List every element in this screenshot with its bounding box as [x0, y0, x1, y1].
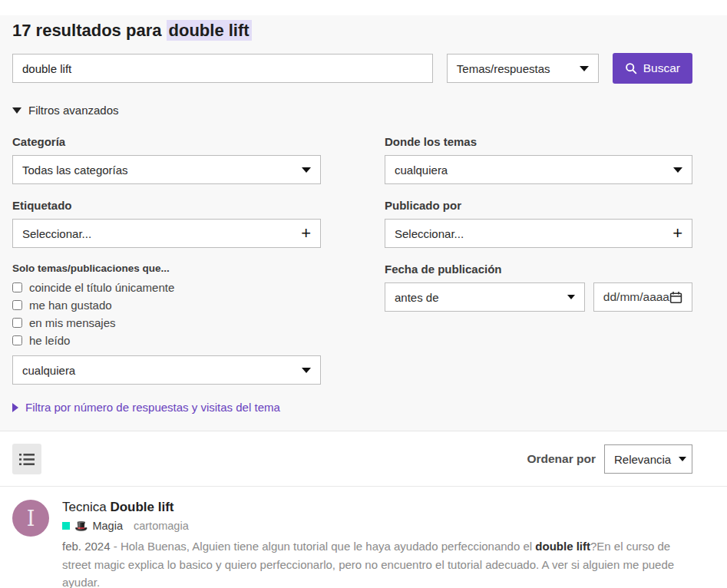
excerpt-search-term: double lift [535, 540, 590, 553]
chevron-down-icon [302, 368, 311, 373]
filter-link-label: Filtra por número de respuestas y visita… [25, 401, 280, 414]
topic-status-value: cualquiera [22, 364, 75, 377]
where-topics-select[interactable]: cualquiera [385, 155, 692, 184]
checkbox-label: me han gustado [29, 299, 112, 312]
plus-icon: + [301, 225, 311, 242]
page-title: 17 resultados para double lift [12, 20, 692, 41]
sort-by-label: Ordenar por [527, 452, 596, 466]
excerpt-text: Hola Buenas, Alguien tiene algun tutoria… [121, 540, 535, 553]
checkbox-label: he leído [29, 334, 70, 347]
where-topics-field: Donde los temas cualquiera [385, 135, 692, 184]
search-type-value: Temas/respuestas [457, 62, 550, 75]
date-placeholder: dd/mm/aaaa [603, 290, 669, 304]
sort-controls: Ordenar por Relevancia [527, 444, 692, 474]
search-button-label: Buscar [643, 61, 680, 75]
topic-tag[interactable]: cartomagia [134, 520, 189, 532]
category-field: Categoría Todas las categorías [12, 135, 321, 184]
only-posts-label: Solo temas/publicaciones que... [12, 263, 321, 274]
search-type-select[interactable]: Temas/respuestas [447, 54, 599, 83]
search-input[interactable] [12, 54, 433, 83]
list-view-button[interactable] [12, 444, 41, 474]
date-mode-value: antes de [395, 291, 439, 304]
tags-select-placeholder: Seleccionar... [22, 227, 91, 240]
chevron-down-icon [673, 167, 682, 173]
sort-select-value: Relevancia [614, 453, 671, 466]
search-button[interactable]: Buscar [613, 53, 692, 84]
chevron-down-icon [302, 167, 311, 173]
post-filters-field: Solo temas/publicaciones que... coincide… [12, 263, 321, 385]
checkbox-label: en mis mensajes [29, 316, 116, 329]
post-date-row: antes de dd/mm/aaaa [385, 282, 692, 312]
filters-left-column: Categoría Todas las categorías Etiquetad… [12, 135, 321, 385]
sort-select[interactable]: Relevancia [604, 444, 692, 474]
post-date-field: Fecha de publicación antes de dd/mm/aaaa [385, 263, 692, 312]
plus-icon: + [672, 225, 682, 242]
advanced-filters-toggle[interactable]: Filtros avanzados [12, 104, 119, 117]
advanced-filters-grid: Categoría Todas las categorías Etiquetad… [12, 135, 692, 385]
chevron-down-icon [567, 295, 575, 299]
category-select-value: Todas las categorías [22, 164, 128, 177]
list-icon [19, 453, 35, 466]
top-hat-icon: 🎩 [74, 520, 88, 531]
topic-title-prefix: Tecnica [62, 500, 110, 514]
checkbox-row-liked[interactable]: me han gustado [12, 296, 321, 314]
category-name: Magia [92, 520, 123, 532]
category-select[interactable]: Todas las categorías [12, 155, 321, 184]
checkbox-row-title-only[interactable]: coincide el título únicamente [12, 279, 321, 296]
posted-by-label: Publicado por [385, 199, 692, 212]
filter-by-replies-views-link[interactable]: Filtra por número de respuestas y visita… [12, 401, 280, 414]
results-toolbar: Ordenar por Relevancia [0, 431, 727, 487]
topic-meta: 🎩 Magia cartomagia [62, 520, 695, 532]
search-icon [625, 62, 637, 74]
tags-label: Etiquetado [12, 199, 321, 212]
date-input[interactable]: dd/mm/aaaa [593, 282, 692, 312]
checkbox-label: coincide el título únicamente [29, 281, 174, 294]
result-body: Tecnica Double lift 🎩 Magia cartomagia f… [62, 500, 695, 588]
posted-by-placeholder: Seleccionar... [395, 227, 464, 240]
caret-down-icon [12, 107, 21, 114]
search-result-item[interactable]: I Tecnica Double lift 🎩 Magia cartomagia… [0, 487, 727, 588]
where-topics-value: cualquiera [395, 164, 448, 177]
tags-select[interactable]: Seleccionar... + [12, 219, 321, 248]
advanced-filters-label: Filtros avanzados [28, 104, 119, 117]
category-color-square [62, 522, 70, 530]
tags-field: Etiquetado Seleccionar... + [12, 199, 321, 248]
search-page: 17 resultados para double lift Temas/res… [0, 15, 727, 588]
posted-by-field: Publicado por Seleccionar... + [385, 199, 692, 248]
avatar[interactable]: I [12, 500, 49, 537]
title-only-checkbox[interactable] [12, 282, 22, 292]
excerpt-separator: - [111, 540, 121, 553]
read-checkbox[interactable] [12, 335, 22, 345]
in-my-posts-checkbox[interactable] [12, 318, 22, 328]
category-label: Categoría [12, 135, 321, 148]
calendar-icon[interactable] [669, 291, 682, 304]
category-badge[interactable]: 🎩 Magia [62, 520, 123, 532]
search-term-highlight: double lift [167, 20, 252, 41]
checkbox-row-read[interactable]: he leído [12, 332, 321, 349]
results-count-text: 17 resultados para [12, 21, 167, 40]
filters-right-column: Donde los temas cualquiera Publicado por… [385, 135, 692, 385]
where-topics-label: Donde los temas [385, 135, 692, 148]
search-panel: 17 resultados para double lift Temas/res… [0, 15, 727, 431]
excerpt-date: feb. 2024 [62, 540, 111, 553]
liked-checkbox[interactable] [12, 300, 22, 310]
posted-by-select[interactable]: Seleccionar... + [385, 219, 692, 248]
chevron-down-icon [580, 66, 589, 71]
chevron-down-icon [679, 457, 686, 461]
caret-right-icon [12, 403, 18, 412]
post-date-label: Fecha de publicación [385, 263, 692, 276]
topic-status-select[interactable]: cualquiera [12, 355, 321, 385]
checkbox-row-in-my-posts[interactable]: en mis mensajes [12, 314, 321, 332]
date-mode-select[interactable]: antes de [385, 282, 585, 312]
topic-title-term: Double lift [110, 500, 173, 514]
topic-excerpt: feb. 2024 - Hola Buenas, Alguien tiene a… [62, 537, 695, 588]
search-bar: Temas/respuestas Buscar [12, 53, 692, 84]
topic-title-link[interactable]: Tecnica Double lift [62, 500, 695, 515]
